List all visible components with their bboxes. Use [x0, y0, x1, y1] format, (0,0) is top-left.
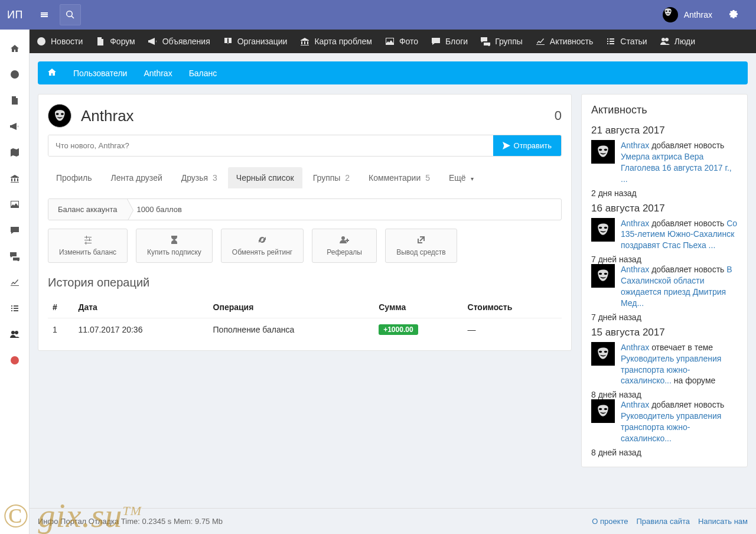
table-row: 111.07.2017 20:36Пополнение баланса+1000… [48, 318, 562, 341]
footer-link[interactable]: О проекте [592, 517, 628, 526]
footer-link[interactable]: Написать нам [698, 517, 748, 526]
sidebar-photos[interactable] [0, 191, 29, 217]
tab[interactable]: Комментарии 5 [360, 167, 438, 188]
tab[interactable]: Черный список [228, 167, 302, 188]
profile-name: Anthrax [81, 107, 545, 125]
tab[interactable]: Лента друзей [102, 167, 170, 188]
sidebar-ads[interactable] [0, 113, 29, 139]
activity-user[interactable]: Anthrax [621, 343, 649, 352]
nav-file[interactable]: Форум [94, 37, 136, 46]
footer: Инфо Портал Отладка Time: 0.2345 s Mem: … [30, 508, 756, 534]
sidebar-articles[interactable] [0, 295, 29, 321]
balance-label: Баланс аккаунта [48, 199, 128, 220]
nav-comment[interactable]: Блоги [430, 37, 469, 46]
tab[interactable]: Ещё ▾ [441, 167, 482, 188]
action-external[interactable]: Вывод средств [385, 229, 457, 263]
activity-item: Anthrax отвечает в теме Руководитель упр… [591, 342, 738, 387]
activity-item: Anthrax добавляет новость В Сахалинской … [591, 264, 738, 309]
balance-bar: Баланс аккаунта 1000 баллов [48, 198, 562, 220]
action-sliders[interactable]: Изменить баланс [48, 229, 128, 263]
nav-exclaim-circle[interactable]: Новости [35, 37, 84, 46]
activity-item: Anthrax добавляет новость Со 135-летием … [591, 218, 738, 252]
activity-link[interactable]: Руководитель управления транспорта южно-… [621, 354, 721, 386]
sidebar-map[interactable] [0, 139, 29, 165]
history-table: #ДатаОперацияСуммаСтоимость 111.07.2017 … [48, 297, 562, 341]
history-section: История операций #ДатаОперацияСуммаСтоим… [48, 276, 562, 341]
sidebar-home[interactable] [0, 35, 29, 61]
history-title: История операций [48, 276, 562, 289]
search-button[interactable] [60, 4, 81, 25]
sidebar-forum[interactable] [0, 87, 29, 113]
breadcrumb-home[interactable] [47, 67, 57, 79]
activity-panel: Активность 21 августа 2017Anthrax добавл… [581, 94, 748, 467]
avatar [591, 399, 615, 423]
action-user-plus[interactable]: Рефералы [312, 229, 377, 263]
main-nav: НовостиФорумОбъявленияОрганизацииКарта п… [30, 30, 756, 53]
nav-bank[interactable]: Карта проблем [299, 37, 373, 46]
avatar [591, 218, 615, 242]
compose-submit[interactable]: Отправить [493, 135, 561, 156]
debug-text: Инфо Портал Отладка Time: 0.2345 s Mem: … [38, 517, 223, 526]
avatar [591, 264, 615, 288]
tab[interactable]: Группы 2 [305, 167, 358, 188]
activity-title: Активность [591, 104, 738, 116]
sidebar-info[interactable] [0, 347, 29, 373]
nav-book[interactable]: Организации [222, 37, 289, 46]
action-hourglass[interactable]: Купить подписку [136, 229, 213, 263]
sidebar-blogs[interactable] [0, 217, 29, 243]
nav-users[interactable]: Люди [659, 37, 696, 46]
nav-comments[interactable]: Группы [480, 37, 524, 46]
activity-user[interactable]: Anthrax [621, 219, 649, 228]
tab[interactable]: Профиль [48, 167, 100, 188]
compose-box: Отправить [48, 135, 562, 157]
site-logo[interactable]: ИП [7, 9, 23, 21]
menu-toggle[interactable] [34, 4, 55, 25]
profile-avatar [48, 104, 71, 128]
topbar: ИП Anthrax [0, 0, 756, 30]
balance-actions: Изменить балансКупить подпискуОбменять р… [48, 229, 562, 263]
footer-link[interactable]: Правила сайта [637, 517, 690, 526]
activity-item: Anthrax добавляет новость Умерла актриса… [591, 140, 738, 185]
activity-link[interactable]: Умерла актриса Вера Глаголева 16 августа… [621, 152, 732, 184]
activity-link[interactable]: Руководитель управления транспорта южно-… [621, 411, 721, 443]
breadcrumb-item[interactable]: Баланс [189, 69, 217, 78]
settings-button[interactable] [723, 4, 744, 25]
activity-list: 21 августа 2017Anthrax добавляет новость… [591, 125, 738, 457]
breadcrumb-item[interactable]: Anthrax [144, 69, 172, 78]
avatar [663, 7, 678, 22]
sidebar-orgs[interactable] [0, 165, 29, 191]
current-user[interactable]: Anthrax [663, 7, 712, 22]
history-header-row: #ДатаОперацияСуммаСтоимость [48, 297, 562, 318]
activity-user[interactable]: Anthrax [621, 265, 649, 274]
nav-list[interactable]: Статьи [605, 37, 648, 46]
sidebar-news[interactable] [0, 61, 29, 87]
nav-image[interactable]: Фото [384, 37, 419, 46]
nav-bullhorn[interactable]: Объявления [147, 37, 211, 46]
left-sidebar [0, 30, 30, 534]
action-refresh[interactable]: Обменять рейтинг [221, 229, 304, 263]
sidebar-people[interactable] [0, 321, 29, 347]
breadcrumb: ПользователиAnthraxБаланс [38, 61, 748, 84]
username: Anthrax [684, 10, 712, 19]
profile-panel: Anthrax 0 Отправить ПрофильЛента друзейД… [38, 94, 572, 351]
activity-item: Anthrax добавляет новость Руководитель у… [591, 399, 738, 444]
breadcrumb-item[interactable]: Пользователи [73, 69, 127, 78]
sidebar-activity[interactable] [0, 269, 29, 295]
avatar [591, 342, 615, 366]
compose-input[interactable] [48, 135, 493, 156]
balance-value: 1000 баллов [128, 199, 191, 220]
tab[interactable]: Друзья 3 [173, 167, 226, 188]
avatar [591, 140, 615, 164]
activity-user[interactable]: Anthrax [621, 400, 649, 409]
activity-user[interactable]: Anthrax [621, 141, 649, 150]
sidebar-groups[interactable] [0, 243, 29, 269]
footer-links: О проектеПравила сайтаНаписать нам [592, 517, 748, 526]
profile-tabs: ПрофильЛента друзейДрузья 3Черный список… [48, 167, 562, 189]
profile-counter: 0 [555, 108, 562, 123]
nav-chart[interactable]: Активность [535, 37, 595, 46]
